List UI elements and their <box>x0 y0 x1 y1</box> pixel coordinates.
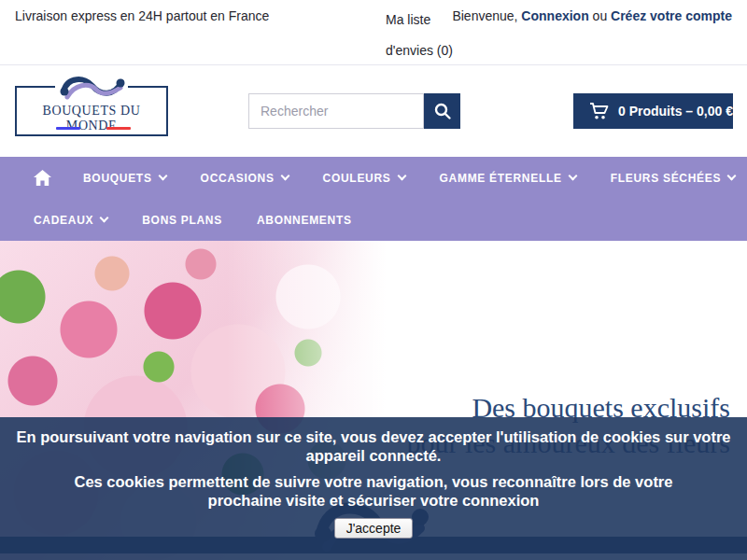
home-icon <box>34 170 51 187</box>
logo-wave-icon <box>55 70 128 104</box>
cookie-accept-button[interactable]: J'accepte <box>334 518 414 539</box>
nav-home-button[interactable] <box>34 170 51 187</box>
flag-blue-line <box>56 127 80 130</box>
nav-row-1: BOUQUETS OCCASIONS COULEURS GAMME ÉTERNE… <box>0 157 747 199</box>
chevron-down-icon <box>280 172 289 181</box>
nav-item-label: OCCASIONS <box>201 172 275 185</box>
nav-item-label: GAMME ÉTERNELLE <box>440 172 562 185</box>
welcome-text: Bienvenue, <box>452 8 517 23</box>
nav-item-label: COULEURS <box>323 172 391 185</box>
shipping-notice: Livraison express en 24H partout en Fran… <box>15 8 269 23</box>
cookie-message-1: En poursuivant votre navigation sur ce s… <box>13 417 734 465</box>
cookie-banner: En poursuivant votre navigation sur ce s… <box>0 417 747 560</box>
search-input[interactable] <box>248 93 424 129</box>
chevron-down-icon <box>397 172 406 181</box>
nav-item-bons-plans[interactable]: BONS PLANS <box>142 214 222 227</box>
logo-title: BOUQUETS DU MONDE <box>17 104 166 133</box>
main-nav: BOUQUETS OCCASIONS COULEURS GAMME ÉTERNE… <box>0 157 747 241</box>
topbar: Livraison express en 24H partout en Fran… <box>0 0 747 65</box>
search-icon <box>433 102 452 120</box>
cart-label: 0 Produits – 0,00 € <box>618 104 733 119</box>
logo[interactable]: BOUQUETS DU MONDE <box>15 86 168 136</box>
chevron-down-icon <box>568 172 577 181</box>
nav-item-couleurs[interactable]: COULEURS <box>323 172 405 185</box>
nav-item-fleurs-sechees[interactable]: FLEURS SÉCHÉES <box>611 172 736 185</box>
cart-button[interactable]: 0 Produits – 0,00 € <box>573 93 733 129</box>
nav-item-label: BONS PLANS <box>142 214 222 227</box>
nav-item-abonnements[interactable]: ABONNEMENTS <box>257 214 352 227</box>
nav-item-label: ABONNEMENTS <box>257 214 352 227</box>
nav-item-cadeaux[interactable]: CADEAUX <box>34 214 107 227</box>
nav-item-gamme-eternelle[interactable]: GAMME ÉTERNELLE <box>440 172 576 185</box>
chevron-down-icon <box>158 172 167 181</box>
cart-icon <box>589 102 610 120</box>
cookie-message-2: Ces cookies permettent de suivre votre n… <box>51 472 696 510</box>
nav-item-bouquets[interactable]: BOUQUETS <box>83 172 166 185</box>
nav-row-2: CADEAUX BONS PLANS ABONNEMENTS <box>0 199 747 241</box>
nav-item-label: BOUQUETS <box>83 172 152 185</box>
account-links: Bienvenue, Connexion ou Créez votre comp… <box>452 8 732 23</box>
search-button[interactable] <box>424 93 460 129</box>
flag-red-line <box>106 127 131 130</box>
chevron-down-icon <box>727 172 737 181</box>
register-link[interactable]: Créez votre compte <box>611 8 732 23</box>
or-text: ou <box>593 8 608 23</box>
page: Livraison express en 24H partout en Fran… <box>0 0 747 560</box>
nav-item-label: CADEAUX <box>34 214 93 227</box>
nav-item-occasions[interactable]: OCCASIONS <box>201 172 289 185</box>
nav-item-label: FLEURS SÉCHÉES <box>611 172 722 185</box>
chevron-down-icon <box>100 214 109 223</box>
login-link[interactable]: Connexion <box>521 8 588 23</box>
